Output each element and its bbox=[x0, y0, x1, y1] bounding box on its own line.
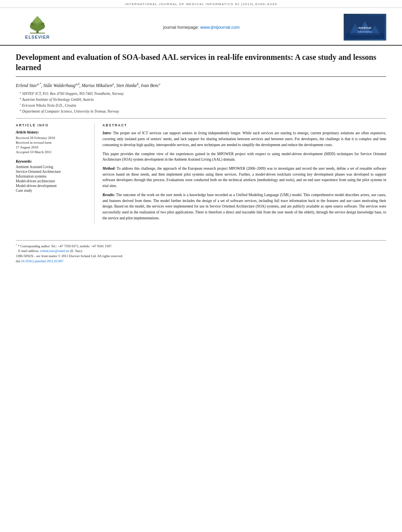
abstract-header: Abstract bbox=[102, 123, 386, 127]
keyword-4: Model-driven architecture bbox=[16, 179, 88, 183]
keyword-6: Case study bbox=[16, 189, 88, 193]
affiliation-b: b Austrian Institute of Technology GmbH,… bbox=[16, 97, 386, 102]
svg-point-7 bbox=[31, 22, 34, 26]
elsevier-wordmark: ELSEVIER bbox=[25, 35, 50, 39]
email-link[interactable]: erlend.stav@sintef.no bbox=[40, 249, 69, 253]
keyword-2: Service-Oriented Architecture bbox=[16, 170, 88, 174]
method-label: Method: bbox=[102, 167, 115, 171]
article-info-col: Article Info Article history: Received 2… bbox=[16, 123, 95, 224]
elsevier-tree-icon bbox=[22, 15, 53, 34]
main-content: Development and evaluation of SOA-based … bbox=[0, 46, 402, 232]
journal-banner: International Journal of Medical Informa… bbox=[0, 0, 402, 8]
intro-label: Intro: bbox=[102, 131, 112, 135]
email-note: E-mail address: erlend.stav@sintef.no (E… bbox=[16, 249, 386, 253]
bridge-text: This paper provides the complete view of… bbox=[102, 152, 386, 162]
journal-url[interactable]: www.ijmijournal.com bbox=[200, 25, 240, 30]
journal-logo-image: medical informatics bbox=[345, 15, 385, 39]
email-person: (E. Stav). bbox=[70, 249, 83, 253]
doi-note: doi:10.1016/j.ijmedinf.2011.03.007 bbox=[16, 259, 386, 263]
svg-rect-1 bbox=[30, 33, 45, 33]
rights-note: 1386-5056/$ – see front matter © 2011 El… bbox=[16, 254, 386, 258]
abstract-results: Results: The outcome of the work on the … bbox=[102, 192, 386, 221]
affiliation-d: d Department of Computer Science, Univer… bbox=[16, 109, 386, 113]
svg-text:medical: medical bbox=[358, 26, 371, 30]
journal-homepage: journal homepage: www.ijmijournal.com bbox=[163, 25, 240, 30]
affiliations-list: a SINTEF ICT, P.O. Box 4760 Sluppen, NO-… bbox=[16, 91, 386, 114]
article-info-header: Article Info bbox=[16, 123, 88, 127]
results-text: The outcome of the work on the user need… bbox=[102, 193, 386, 220]
svg-text:informatics: informatics bbox=[357, 30, 372, 33]
doi-link[interactable]: 10.1016/j.ijmedinf.2011.03.007 bbox=[21, 259, 63, 263]
abstract-intro: Intro: The proper use of ICT services ca… bbox=[102, 130, 386, 148]
affiliation-a: a SINTEF ICT, P.O. Box 4760 Sluppen, NO-… bbox=[16, 91, 386, 96]
page: International Journal of Medical Informa… bbox=[0, 0, 402, 532]
banner-text: International Journal of Medical Informa… bbox=[125, 2, 277, 6]
svg-rect-14 bbox=[345, 33, 385, 39]
keywords-section: Keywords: Ambient Assisted Living Servic… bbox=[16, 159, 88, 193]
email-label: E-mail address: bbox=[18, 249, 39, 253]
section-divider bbox=[16, 118, 386, 119]
author-erlend: Erlend Stava,*, Ståle Walderhauga,d, Mar… bbox=[16, 83, 160, 88]
article-title: Development and evaluation of SOA-based … bbox=[16, 52, 386, 77]
homepage-label: journal homepage: bbox=[163, 25, 199, 30]
affiliation-c: c Ericsson Nikola Tesla D.D., Croatia bbox=[16, 103, 386, 108]
method-text: To address this challenge, the approach … bbox=[102, 167, 386, 188]
keyword-1: Ambient Assisted Living bbox=[16, 165, 88, 169]
journal-header: ELSEVIER journal homepage: www.ijmijourn… bbox=[0, 8, 402, 46]
abstract-method: Method: To address this challenge, the a… bbox=[102, 166, 386, 189]
results-label: Results: bbox=[102, 193, 115, 197]
svg-point-9 bbox=[36, 17, 39, 20]
accepted-date: Accepted 10 March 2011 bbox=[16, 150, 88, 154]
svg-point-8 bbox=[41, 22, 45, 26]
journal-logo: medical informatics bbox=[344, 14, 386, 41]
revised-label: Received in revised form bbox=[16, 141, 88, 145]
keyword-3: Information systems bbox=[16, 174, 88, 178]
authors-line: Erlend Stava,*, Ståle Walderhauga,d, Mar… bbox=[16, 82, 386, 88]
elsevier-logo: ELSEVIER bbox=[16, 13, 59, 41]
abstract-bridge: This paper provides the complete view of… bbox=[102, 151, 386, 163]
abstract-col: Abstract Intro: The proper use of ICT se… bbox=[102, 123, 386, 224]
keywords-header: Keywords: bbox=[16, 159, 88, 163]
intro-text: The proper use of ICT services can suppo… bbox=[102, 131, 386, 146]
history-label: Article history: bbox=[16, 130, 88, 134]
footer: * * Corresponding author. Tel.: +47 7359… bbox=[16, 240, 386, 263]
keyword-5: Model-driven development bbox=[16, 184, 88, 188]
revised-date: 17 August 2010 bbox=[16, 145, 88, 149]
article-body: Article Info Article history: Received 2… bbox=[16, 123, 386, 224]
corresponding-note: * * Corresponding author. Tel.: +47 7359… bbox=[16, 244, 386, 248]
received-date: Received 28 February 2010 bbox=[16, 136, 88, 140]
